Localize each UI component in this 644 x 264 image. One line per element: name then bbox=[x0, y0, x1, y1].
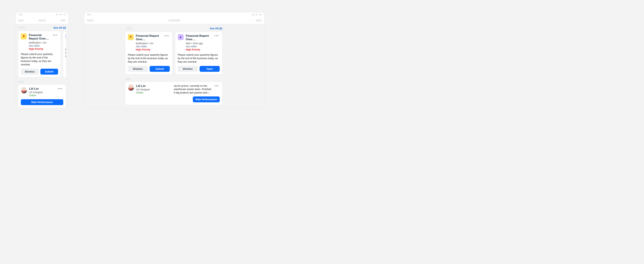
notification-scroller[interactable]: Financial Report Over… Notification • 2m… bbox=[18, 31, 66, 77]
appbar bbox=[84, 17, 264, 24]
avatar bbox=[21, 87, 27, 93]
bell-icon bbox=[128, 34, 134, 40]
person-role: UX Designer bbox=[136, 88, 150, 91]
section-title-skeleton bbox=[18, 27, 25, 29]
more-icon[interactable]: ••• bbox=[214, 84, 220, 88]
person-name: Lili Lin bbox=[136, 84, 150, 88]
plane-icon bbox=[65, 34, 66, 39]
statusbar bbox=[16, 12, 68, 17]
appbar-skeleton bbox=[38, 20, 46, 22]
notification-card-peek[interactable]: Plea figu toda bbox=[63, 31, 66, 77]
submit-button[interactable]: Submit bbox=[40, 69, 58, 74]
notification-title: Financial Report Over… bbox=[186, 34, 212, 41]
person-role: UX Designer bbox=[29, 91, 55, 94]
statusbar-skeleton bbox=[259, 14, 262, 16]
notification-author: Alex Miller bbox=[29, 44, 50, 47]
section-header: See All (6) bbox=[18, 26, 66, 29]
mobile-frame: See All (6) Financial Report Over… Notif… bbox=[16, 12, 68, 111]
priority-badge: High Priority bbox=[136, 48, 162, 51]
section-title-skeleton bbox=[125, 78, 131, 80]
notification-author: Alex Miller bbox=[136, 45, 162, 48]
statusbar bbox=[84, 12, 264, 17]
statusbar-skeleton bbox=[87, 14, 91, 16]
appbar-skeleton bbox=[60, 20, 66, 22]
notification-meta: Notification • 2m bbox=[136, 42, 162, 45]
notification-title: Financial Report Over… bbox=[136, 34, 162, 41]
person-card: Lili Lin UX Designer Online Up for promo… bbox=[125, 82, 222, 105]
priority-badge: High Priority bbox=[186, 48, 212, 51]
person-blurb: Up for promo, currently on the warehouse… bbox=[174, 84, 212, 94]
notification-body: Please submit your quarterly figures by … bbox=[178, 53, 220, 64]
notification-meta: Notification • 2m bbox=[29, 41, 50, 44]
more-icon[interactable]: ••• bbox=[164, 34, 170, 37]
notification-body: Plea figu toda bbox=[65, 48, 66, 58]
see-all-link[interactable]: See All (6) bbox=[54, 26, 66, 29]
notification-card: Financial Report Over… Notification • 2m… bbox=[18, 31, 61, 77]
submit-button[interactable]: Submit bbox=[150, 66, 170, 72]
statusbar-skeleton bbox=[18, 14, 23, 16]
person-card: Lili Lin UX Designer Online ••• Rate Per… bbox=[18, 84, 66, 108]
dismiss-button[interactable]: Dismiss bbox=[21, 69, 39, 74]
notification-card: Financial Report Over… Notification • 2m… bbox=[125, 32, 172, 74]
open-button[interactable]: Open bbox=[200, 66, 220, 72]
desktop-frame: See All (6) Financial Report Over… Notif… bbox=[84, 12, 264, 108]
statusbar-skeleton bbox=[59, 14, 62, 16]
dismiss-button[interactable]: Dismiss bbox=[178, 66, 198, 72]
person-name: Lili Lin bbox=[29, 87, 55, 90]
notification-body: Please submit your quarterly figures by … bbox=[21, 52, 58, 66]
appbar-skeleton bbox=[256, 20, 262, 22]
priority-badge: High Priority bbox=[29, 48, 50, 50]
rate-performance-button[interactable]: Rate Performance bbox=[21, 99, 63, 105]
section-header: See All (6) bbox=[125, 27, 222, 30]
person-status: Online bbox=[29, 94, 55, 97]
statusbar-skeleton bbox=[63, 14, 66, 16]
notification-card: Financial Report Over… Alert • 2min ago … bbox=[175, 32, 222, 74]
appbar-skeleton bbox=[18, 20, 24, 22]
appbar-skeleton bbox=[87, 20, 94, 22]
appbar bbox=[16, 17, 68, 24]
plane-icon bbox=[178, 34, 184, 40]
section-header bbox=[125, 78, 222, 80]
appbar-skeleton bbox=[168, 20, 180, 22]
bell-icon bbox=[21, 34, 27, 39]
notification-author: Alex Miller bbox=[186, 45, 212, 48]
dismiss-button[interactable]: Dismiss bbox=[128, 66, 148, 72]
more-icon[interactable]: ••• bbox=[52, 34, 58, 36]
notification-title: Financial Report Over… bbox=[29, 34, 50, 40]
statusbar-skeleton bbox=[56, 14, 58, 16]
more-icon[interactable]: ••• bbox=[57, 87, 63, 90]
more-icon[interactable]: ••• bbox=[214, 34, 220, 37]
avatar bbox=[128, 84, 134, 90]
statusbar-skeleton bbox=[255, 14, 258, 16]
rate-performance-button[interactable]: Rate Performance bbox=[193, 96, 220, 102]
see-all-link[interactable]: See All (6) bbox=[210, 27, 222, 30]
section-title-skeleton bbox=[125, 28, 132, 30]
statusbar-skeleton bbox=[252, 14, 254, 16]
notification-meta: Alert • 2min ago bbox=[186, 42, 212, 45]
section-header bbox=[18, 81, 66, 83]
person-status: Online bbox=[136, 91, 150, 94]
section-title-skeleton bbox=[18, 81, 24, 83]
notification-body: Please submit your quarterly figures by … bbox=[128, 53, 170, 64]
